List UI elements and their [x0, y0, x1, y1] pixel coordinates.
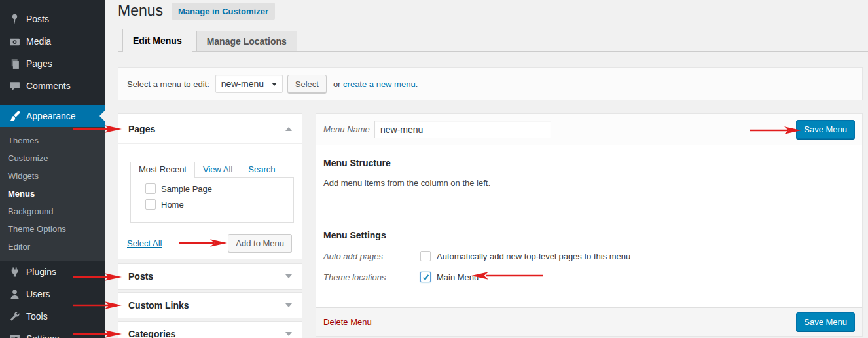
- pages-checklist-panel: Sample Page Home: [130, 177, 294, 223]
- create-new-menu-link[interactable]: create a new menu: [343, 79, 416, 89]
- manage-in-customizer-button[interactable]: Manage in Customizer: [172, 3, 275, 20]
- main-menu-text: Main Menu: [437, 272, 479, 282]
- custom-links-accordion: Custom Links: [118, 292, 302, 318]
- menu-structure-description: Add menu items from the column on the le…: [323, 178, 855, 188]
- sidebar-item-label: Users: [26, 289, 50, 299]
- tab-edit-menus[interactable]: Edit Menus: [122, 29, 192, 52]
- menu-select-value: new-menu: [221, 79, 264, 89]
- pages-filter-tabs: Most Recent View All Search: [130, 162, 302, 177]
- menu-editor-body: Menu Structure Add menu items from the c…: [316, 158, 862, 282]
- expand-down-icon[interactable]: [285, 274, 292, 278]
- theme-locations-row: Theme locations Main Menu: [323, 272, 855, 282]
- or-text: or: [333, 79, 341, 89]
- save-menu-button-top[interactable]: Save Menu: [796, 120, 855, 139]
- pages-accordion-title: Pages: [128, 124, 285, 134]
- sidebar-item-label: Settings: [26, 333, 60, 338]
- sidebar-item-users[interactable]: Users: [0, 283, 105, 305]
- settings-icon: [8, 332, 21, 338]
- sidebar-item-plugins[interactable]: Plugins: [0, 261, 105, 283]
- auto-add-pages-text: Automatically add new top-level pages to…: [437, 252, 630, 261]
- categories-accordion-title: Categories: [128, 329, 285, 338]
- sidebar-item-settings[interactable]: Settings: [0, 328, 105, 338]
- menu-name-label: Menu Name: [323, 124, 374, 134]
- select-menu-bar: Select a menu to edit: new-menu Select o…: [118, 67, 863, 100]
- appearance-submenu: Themes Customize Widgets Menus Backgroun…: [0, 127, 105, 261]
- submenu-item-themes[interactable]: Themes: [0, 132, 105, 149]
- checkmark-icon: [422, 273, 430, 282]
- tab-search[interactable]: Search: [240, 162, 283, 177]
- section-divider: [323, 217, 855, 217]
- submenu-item-customize[interactable]: Customize: [0, 149, 105, 167]
- admin-sidebar: Posts Media Pages Comments Appearance: [0, 0, 105, 338]
- categories-accordion-header[interactable]: Categories: [118, 322, 302, 338]
- sidebar-item-comments[interactable]: Comments: [0, 75, 105, 97]
- sidebar-item-label: Comments: [26, 81, 71, 91]
- paintbrush-icon: [8, 109, 21, 122]
- select-button[interactable]: Select: [287, 75, 327, 93]
- pages-actions-row: Select All Add to Menu: [127, 234, 292, 252]
- menu-select-dropdown[interactable]: new-menu: [215, 75, 283, 93]
- main-menu-checkbox[interactable]: [420, 272, 431, 282]
- menu-editor-panel: Menu Name Save Menu Menu Structure Add m…: [316, 113, 863, 337]
- pages-accordion-header[interactable]: Pages: [118, 114, 302, 144]
- wrench-icon: [8, 310, 21, 323]
- chevron-down-icon: [272, 83, 277, 86]
- select-all-link[interactable]: Select All: [127, 238, 162, 248]
- auto-add-pages-row: Auto add pages Automatically add new top…: [323, 251, 855, 261]
- pages-icon: [8, 57, 21, 70]
- sidebar-item-appearance[interactable]: Appearance: [0, 105, 105, 127]
- select-menu-label: Select a menu to edit:: [127, 79, 209, 89]
- sidebar-item-label: Appearance: [26, 111, 76, 121]
- expand-down-icon[interactable]: [285, 332, 292, 336]
- menu-name-input[interactable]: [374, 121, 551, 138]
- sidebar-item-label: Media: [26, 36, 51, 47]
- custom-links-accordion-header[interactable]: Custom Links: [118, 293, 302, 318]
- custom-links-accordion-title: Custom Links: [128, 300, 285, 310]
- tab-manage-locations[interactable]: Manage Locations: [196, 31, 297, 51]
- nav-tab-strip: Edit Menus Manage Locations: [118, 28, 868, 52]
- submenu-item-theme-options[interactable]: Theme Options: [0, 220, 105, 238]
- page-checkbox-row-home[interactable]: Home: [140, 199, 284, 210]
- expand-down-icon[interactable]: [285, 303, 292, 307]
- home-checkbox[interactable]: [145, 199, 156, 210]
- theme-locations-label: Theme locations: [323, 272, 420, 282]
- or-create-text: or create a new menu.: [333, 79, 418, 89]
- sidebar-item-posts[interactable]: Posts: [0, 8, 105, 30]
- person-icon: [8, 288, 21, 301]
- add-to-menu-button[interactable]: Add to Menu: [228, 234, 292, 252]
- camera-icon: [8, 35, 21, 48]
- posts-accordion: Posts: [118, 263, 302, 290]
- submenu-item-widgets[interactable]: Widgets: [0, 167, 105, 185]
- tab-most-recent[interactable]: Most Recent: [130, 162, 195, 178]
- submenu-item-editor[interactable]: Editor: [0, 238, 105, 255]
- submenu-item-menus[interactable]: Menus: [0, 185, 105, 202]
- save-menu-button-bottom[interactable]: Save Menu: [796, 312, 855, 331]
- delete-menu-link[interactable]: Delete Menu: [323, 317, 372, 327]
- sample-page-checkbox[interactable]: [145, 183, 156, 194]
- pushpin-icon: [8, 12, 21, 26]
- sidebar-item-media[interactable]: Media: [0, 30, 105, 52]
- sidebar-separator: [0, 97, 105, 105]
- page-checkbox-row-sample-page[interactable]: Sample Page: [140, 183, 284, 194]
- sidebar-item-tools[interactable]: Tools: [0, 305, 105, 328]
- categories-accordion: Categories: [118, 321, 302, 338]
- tab-view-all[interactable]: View All: [195, 162, 240, 177]
- collapse-up-icon[interactable]: [285, 127, 292, 131]
- auto-add-pages-checkbox[interactable]: [420, 251, 431, 261]
- sidebar-item-label: Tools: [26, 311, 48, 322]
- menu-name-bar: Menu Name Save Menu: [316, 114, 862, 145]
- menu-settings-title: Menu Settings: [323, 230, 855, 240]
- speech-bubble-icon: [8, 79, 21, 92]
- posts-accordion-header[interactable]: Posts: [118, 264, 302, 289]
- wordpress-admin-menus-page: Posts Media Pages Comments Appearance: [0, 0, 868, 338]
- checkbox-label: Sample Page: [161, 184, 212, 194]
- submenu-item-background[interactable]: Background: [0, 202, 105, 220]
- plug-icon: [8, 265, 21, 278]
- menu-structure-title: Menu Structure: [323, 158, 855, 168]
- sidebar-item-label: Plugins: [26, 267, 56, 277]
- pages-accordion: Pages Most Recent View All Search Sample…: [118, 113, 302, 259]
- sidebar-item-label: Pages: [26, 58, 52, 69]
- period-text: .: [416, 79, 418, 89]
- sidebar-item-pages[interactable]: Pages: [0, 52, 105, 75]
- sidebar-item-label: Posts: [26, 14, 49, 24]
